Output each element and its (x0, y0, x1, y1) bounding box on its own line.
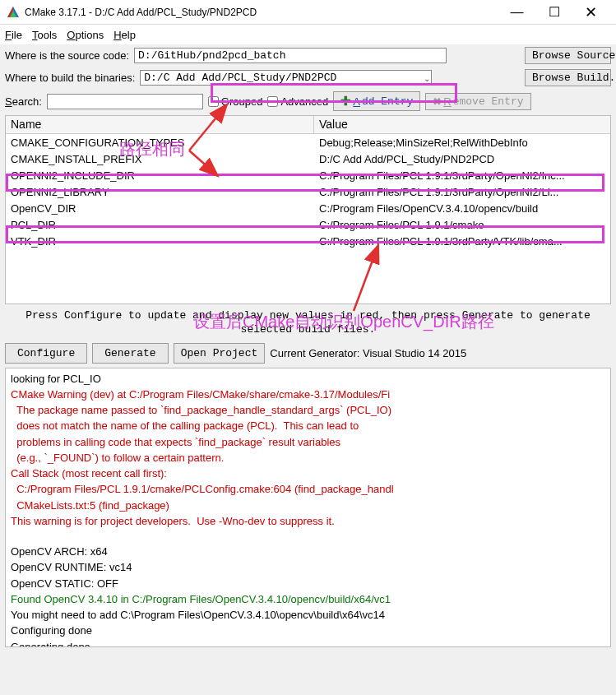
grid-header: Name Value (6, 116, 610, 134)
maximize-button[interactable]: ☐ (535, 0, 572, 25)
menu-options[interactable]: Options (67, 29, 104, 41)
window-title: CMake 3.17.1 - D:/C Add Add/PCL_Study/PN… (25, 7, 498, 18)
menu-bar: File Tools Options Help (0, 25, 616, 44)
table-row[interactable]: CMAKE_CONFIGURATION_TYPESDebug;Release;M… (6, 134, 610, 151)
advanced-checkbox[interactable]: Advanced (267, 95, 328, 108)
col-name[interactable]: Name (6, 116, 314, 133)
search-label: Search: (5, 95, 42, 108)
browse-build-button[interactable]: Browse Build... (525, 69, 611, 86)
search-row: Search: Grouped Advanced ✚Add Entry ✖Rem… (0, 89, 616, 114)
grouped-checkbox[interactable]: Grouped (208, 95, 263, 108)
table-row[interactable]: PCL_DIRC:/Program Files/PCL 1.9.1/cmake (6, 216, 610, 233)
title-bar: CMake 3.17.1 - D:/C Add Add/PCL_Study/PN… (0, 0, 616, 25)
build-row: Where to build the binaries: ⌄ Browse Bu… (0, 67, 616, 89)
table-row[interactable]: VTK_DIRC:/Program Files/PCL 1.9.1/3rdPar… (6, 233, 610, 249)
source-input[interactable] (134, 48, 447, 63)
minimize-button[interactable]: — (498, 0, 535, 25)
current-generator: Current Generator: Visual Studio 14 2015 (270, 347, 466, 359)
app-icon (7, 6, 20, 19)
hint-text: Press Configure to update and display ne… (0, 306, 616, 341)
table-row[interactable]: OPENNI2_LIBRARYC:/Program Files/PCL 1.9.… (6, 183, 610, 200)
source-row: Where is the source code: Browse Source.… (0, 44, 616, 67)
add-entry-button[interactable]: ✚Add Entry (333, 91, 420, 111)
x-icon: ✖ (433, 95, 442, 108)
output-panel[interactable]: looking for PCL_IO CMake Warning (dev) a… (5, 368, 611, 647)
browse-source-button[interactable]: Browse Source... (525, 47, 611, 64)
build-label: Where to build the binaries: (5, 72, 135, 84)
remove-entry-button[interactable]: ✖Remove Entry (425, 93, 530, 110)
build-input[interactable] (140, 70, 432, 86)
cache-grid[interactable]: Name Value CMAKE_CONFIGURATION_TYPESDebu… (5, 115, 611, 304)
table-row[interactable]: CMAKE_INSTALL_PREFIXD:/C Add Add/PCL_Stu… (6, 151, 610, 167)
menu-tools[interactable]: Tools (32, 29, 57, 41)
menu-file[interactable]: File (5, 29, 22, 41)
plus-icon: ✚ (340, 94, 351, 109)
chevron-down-icon[interactable]: ⌄ (424, 73, 430, 82)
open-project-button[interactable]: Open Project (174, 343, 266, 364)
menu-help[interactable]: Help (113, 29, 136, 41)
source-label: Where is the source code: (5, 49, 129, 62)
col-value[interactable]: Value (314, 116, 610, 133)
table-row[interactable]: OpenCV_DIRC:/Program Files/OpenCV.3.4.10… (6, 200, 610, 216)
search-input[interactable] (47, 94, 203, 109)
close-button[interactable]: ✕ (572, 0, 609, 25)
configure-button[interactable]: Configure (5, 343, 87, 364)
table-row[interactable]: OPENNI2_INCLUDE_DIRC:/Program Files/PCL … (6, 167, 610, 183)
generate-button[interactable]: Generate (92, 343, 168, 364)
action-row: Configure Generate Open Project Current … (0, 341, 616, 366)
